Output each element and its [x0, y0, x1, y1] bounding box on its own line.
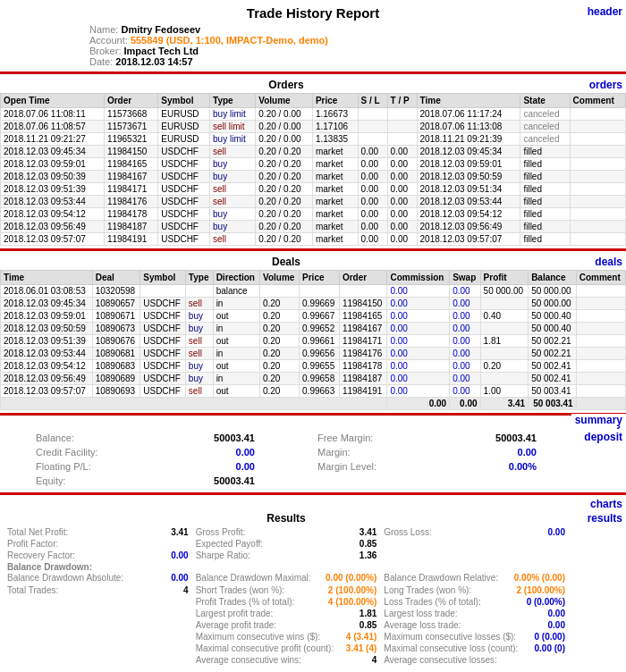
- table-row: 2018.12.03 09:59:0110890671USDCHFbuyout0…: [1, 310, 626, 323]
- bd-max-label: Balance Drawdown Maximal:: [196, 573, 311, 583]
- summary-label: summary: [571, 414, 626, 426]
- balance-value: 50003.41: [214, 433, 255, 443]
- dcol-volume: Volume: [259, 271, 299, 285]
- deals-total-profit: 3.41: [480, 398, 529, 410]
- dcol-commission: Commission: [387, 271, 450, 285]
- results-label: results: [572, 510, 626, 526]
- net-profit-value: 3.41: [171, 527, 188, 537]
- col-type: Type: [210, 94, 256, 108]
- floating-label: Floating P/L:: [36, 461, 91, 472]
- col-state: State: [520, 94, 570, 108]
- table-row: 2018.12.03 09:45:3410890657USDCHFsellin0…: [1, 298, 626, 310]
- avg-loss-value: 0.00: [548, 620, 565, 630]
- profit-trades-value: 4 (100.00%): [328, 597, 376, 607]
- table-row: 2018.12.03 09:53:4410890681USDCHFsellin0…: [1, 348, 626, 360]
- sharpe-ratio-label: Sharpe Ratio:: [196, 550, 250, 560]
- dcol-direction: Direction: [213, 271, 259, 285]
- table-row: 2018.12.03 09:50:5910890673USDCHFbuyin0.…: [1, 323, 626, 335]
- long-trades-value: 2 (100.00%): [517, 585, 565, 595]
- results-title: Results: [0, 510, 572, 526]
- max-consec-wins-value: 4 (3.41): [346, 632, 376, 642]
- deposit-section: Balance: 50003.41 Free Margin: 50003.41 …: [0, 429, 626, 490]
- max-consec-losses-value: 0 (0.00): [535, 632, 565, 642]
- deposit-label: deposit: [572, 429, 626, 445]
- profit-factor-label: Profit Factor:: [7, 539, 58, 549]
- col-symbol: Symbol: [158, 94, 210, 108]
- divider-4: [0, 492, 626, 495]
- largest-loss-label: Largest loss trade:: [384, 609, 457, 618]
- short-trades-label: Short Trades (won %):: [196, 585, 284, 595]
- deals-total-swap: 0.00: [450, 398, 480, 410]
- page-container: Trade History Report header Name: Dmitry…: [0, 0, 626, 666]
- max-consec-loss-value: 0.00 (0): [535, 643, 565, 653]
- total-trades-label: Total Trades:: [7, 585, 58, 595]
- avg-consec-wins-value: 4: [372, 655, 377, 665]
- largest-profit-label: Largest profit trade:: [196, 609, 274, 618]
- table-row: 2018.12.03 09:54:1210890683USDCHFbuyout0…: [1, 360, 626, 373]
- loss-trades-label: Loss Trades (% of total):: [384, 597, 480, 607]
- orders-title: Orders: [0, 77, 572, 93]
- divider-3: summary: [0, 413, 626, 416]
- dcol-time: Time: [1, 271, 93, 285]
- table-row: 2018.12.03 09:51:3910890676USDCHFsellout…: [1, 335, 626, 348]
- orders-label: orders: [572, 79, 626, 91]
- max-consec-losses-label: Maximum consecutive losses ($):: [384, 632, 516, 642]
- sharpe-ratio-value: 1.36: [360, 550, 376, 560]
- max-consec-loss-label: Maximal consecutive loss (count):: [384, 643, 518, 653]
- col-price: Price: [312, 94, 358, 108]
- dcol-price: Price: [300, 271, 340, 285]
- results-col1: Total Net Profit: 3.41 Profit Factor: Re…: [4, 526, 192, 561]
- date-label: Date:: [89, 56, 113, 67]
- col-comment: Comment: [570, 94, 625, 108]
- free-margin-value: 50003.41: [495, 433, 537, 443]
- short-trades-value: 2 (100.00%): [328, 585, 376, 595]
- table-row: 2018.12.03 09:57:0710890693USDCHFsellout…: [1, 385, 626, 398]
- table-row: 2018.11.21 09:21:2711965321EURUSDbuy lim…: [1, 133, 626, 146]
- col-volume: Volume: [256, 94, 313, 108]
- table-row: 2018.12.03 09:54:1211984178USDCHFbuy0.20…: [1, 208, 626, 221]
- bd-max-value: 0.00 (0.00%): [326, 573, 376, 583]
- deals-label: deals: [572, 256, 626, 268]
- margin-value: 0.00: [518, 447, 537, 458]
- bd-rel-value: 0.00% (0.00): [514, 573, 565, 583]
- results-section: Results Total Net Profit: 3.41 Profit Fa…: [0, 510, 626, 666]
- broker-value: Impact Tech Ltd: [124, 46, 199, 56]
- floating-value: 0.00: [236, 461, 255, 472]
- largest-profit-value: 1.81: [360, 609, 376, 618]
- expected-payoff-value: 0.85: [360, 539, 376, 549]
- table-row: 2018.07.06 11:08:1111573668EURUSDbuy lim…: [1, 108, 626, 121]
- avg-profit-label: Average profit trade:: [196, 620, 276, 630]
- margin-label: Margin:: [317, 447, 351, 458]
- max-consec-wins-label: Maximum consecutive wins ($):: [196, 632, 320, 642]
- col-tp: T / P: [387, 94, 417, 108]
- table-row: 2018.12.03 09:53:4411984176USDCHFsell0.2…: [1, 196, 626, 208]
- total-trades-value: 4: [183, 585, 189, 595]
- table-row: 2018.12.03 09:45:3411984150USDCHFsell0.2…: [1, 146, 626, 158]
- equity-label: Equity:: [36, 475, 66, 486]
- orders-table: Open Time Order Symbol Type Volume Price…: [0, 93, 626, 246]
- max-consec-profit-label: Maximal consecutive profit (count):: [196, 643, 334, 653]
- col-sl: S / L: [358, 94, 387, 108]
- account-label: Account:: [89, 35, 128, 46]
- table-row: 2018.12.03 09:57:0711984191USDCHFsell0.2…: [1, 233, 626, 246]
- results-col3: Gross Loss: 0.00: [380, 526, 569, 561]
- profit-trades-label: Profit Trades (% of total):: [196, 597, 295, 607]
- name-label: Name:: [89, 24, 118, 35]
- divider-2: [0, 248, 626, 251]
- balance-drawdown-label: Balance Drawdown:: [4, 562, 92, 572]
- dcol-deal: Deal: [92, 271, 140, 285]
- avg-consec-wins-label: Average consecutive wins:: [196, 655, 301, 665]
- expected-payoff-label: Expected Payoff:: [196, 539, 263, 549]
- credit-label: Credit Facility:: [36, 447, 98, 458]
- dcol-profit: Profit: [480, 271, 529, 285]
- gross-loss-label: Gross Loss:: [384, 527, 431, 537]
- margin-level-value: 0.00%: [509, 461, 537, 472]
- table-row: 2018.07.06 11:08:5711573671EURUSDsell li…: [1, 121, 626, 133]
- account-value: 555849 (USD, 1:100, IMPACT-Demo, demo): [131, 35, 328, 46]
- dcol-swap: Swap: [450, 271, 480, 285]
- deals-total-spacer: [1, 398, 387, 410]
- dcol-balance: Balance: [529, 271, 577, 285]
- gross-profit-label: Gross Profit:: [196, 527, 246, 537]
- orders-section: Orders orders Open Time Order Symbol Typ…: [0, 77, 626, 246]
- largest-loss-value: 0.00: [548, 609, 565, 618]
